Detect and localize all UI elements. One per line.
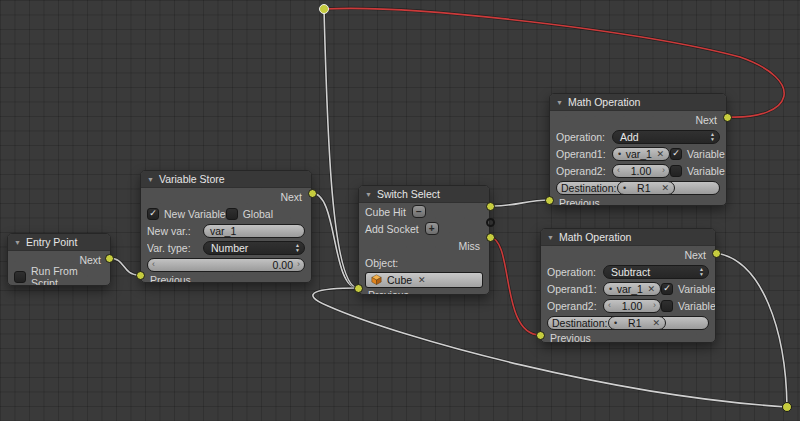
slider-right-arrow-icon: ›	[653, 301, 656, 310]
node-variable-store[interactable]: ▼Variable StoreNext✓New VariableGlobalNe…	[140, 170, 312, 283]
ref-field-destination[interactable]: •R1✕	[617, 181, 675, 195]
collapse-icon: ▼	[365, 191, 372, 198]
math-subtract-row-next: Next	[547, 248, 709, 262]
variable-store-row-new-var: New var.:var_1	[147, 224, 305, 238]
math-add-row-next: Next	[556, 113, 720, 127]
ref-field-value: var_1	[613, 283, 646, 295]
checkbox-unchecked-box	[661, 300, 673, 312]
ref-field-value: R1	[627, 182, 660, 194]
dropdown-operation[interactable]: Add▲▼	[612, 130, 720, 144]
dropdown-stepper-icons: ▲▼	[710, 132, 715, 141]
number-slider-operand2[interactable]: ‹1.00›	[603, 299, 661, 313]
output-socket-label: Next	[684, 249, 706, 261]
checkbox-checked-box: ✓	[661, 283, 673, 295]
node-editor-canvas[interactable]: ▼Entry PointNextRun From Script▼Variable…	[0, 0, 800, 421]
dropdown-var-type[interactable]: Number▲▼	[203, 241, 305, 255]
switch-select-row-add-socket: Add Socket+	[365, 222, 483, 236]
checkbox-run-from-script[interactable]: Run From Script	[14, 265, 104, 287]
checkbox-variable-math-subtract2[interactable]: ✓Variable	[661, 283, 716, 295]
ref-field-destination[interactable]: •R1✕	[608, 316, 666, 330]
checkbox-global[interactable]: Global	[226, 208, 273, 220]
text-input[interactable]: var_1	[203, 224, 305, 238]
slider-right-arrow-icon: ›	[662, 166, 665, 175]
ref-field-operand1[interactable]: •var_1✕	[603, 282, 661, 296]
clear-icon[interactable]: ✕	[655, 149, 665, 159]
node-entry-point[interactable]: ▼Entry PointNextRun From Script	[7, 233, 111, 286]
variable-store-row-previous: Previous	[147, 273, 305, 283]
number-slider[interactable]: ‹0.00›	[147, 258, 305, 272]
plus-button[interactable]: +	[425, 222, 439, 235]
dropdown-value: Number	[211, 242, 295, 254]
collapse-icon: ▼	[556, 99, 563, 106]
variable-store-row-next: Next	[147, 190, 305, 204]
ref-field-operand1[interactable]: •var_1✕	[612, 147, 670, 161]
checkbox-variable-math-add2[interactable]: ✓Variable	[670, 148, 725, 160]
dropdown-operation[interactable]: Subtract▲▼	[603, 265, 709, 279]
section-label: Object:	[365, 257, 398, 269]
object-name: Cube	[387, 274, 412, 286]
dropdown-label: Operation:	[547, 266, 603, 278]
node-math-add[interactable]: ▼Math OperationNextOperation:Add▲▼Operan…	[549, 93, 727, 206]
output-socket-label: Miss	[458, 240, 480, 252]
checkbox-new-variable[interactable]: ✓New Variable	[147, 208, 226, 220]
slider-value: 1.00	[620, 165, 662, 177]
variable-store-header[interactable]: ▼Variable Store	[141, 171, 311, 188]
clear-icon[interactable]: ✕	[660, 183, 670, 193]
object-selector[interactable]: Cube✕	[365, 272, 483, 288]
checkbox-label: Variable	[678, 283, 716, 295]
field-label: New var.:	[147, 225, 203, 237]
ref-field-label: Destination:	[561, 182, 617, 194]
variable-store-row-checkboxes: ✓New VariableGlobal	[147, 207, 305, 221]
node-math-subtract[interactable]: ▼Math OperationNextOperation:Subtract▲▼O…	[540, 228, 716, 343]
math-add-title: Math Operation	[568, 96, 640, 108]
dropdown-value: Add	[620, 131, 710, 143]
dropdown-stepper-icons: ▲▼	[699, 267, 704, 276]
output-socket-label: Next	[280, 191, 302, 203]
socket-label: Add Socket	[365, 223, 419, 235]
dropdown-value: Subtract	[611, 266, 699, 278]
ref-field-value: var_1	[622, 148, 655, 160]
switch-select-row-previous: Previous	[365, 288, 483, 295]
math-add-row-destination: Destination:•R1✕	[556, 181, 720, 195]
math-subtract-row-operation: Operation:Subtract▲▼	[547, 265, 709, 279]
ref-field-value: R1	[618, 317, 651, 329]
stepper-down-icon: ▼	[699, 272, 704, 277]
slider-label: Operand2:	[556, 165, 612, 177]
clear-icon[interactable]: ✕	[417, 275, 427, 285]
math-add-row-operation: Operation:Add▲▼	[556, 130, 720, 144]
ref-field-label: Destination:	[552, 317, 608, 329]
variable-store-row-slider: ‹0.00›	[147, 258, 305, 272]
checkbox-label: Run From Script	[31, 265, 104, 287]
slider-label: Operand2:	[547, 300, 603, 312]
checkbox-label: Variable	[678, 300, 716, 312]
variable-store-title: Variable Store	[159, 173, 225, 185]
clear-icon[interactable]: ✕	[646, 284, 656, 294]
slider-right-arrow-icon: ›	[297, 260, 300, 269]
collapse-icon: ▼	[14, 239, 21, 246]
math-subtract-header[interactable]: ▼Math Operation	[541, 229, 715, 246]
switch-select-row-object_field: Cube✕	[365, 273, 483, 287]
math-add-row-operand1: Operand1:•var_1✕✓Variable	[556, 147, 720, 161]
math-add-header[interactable]: ▼Math Operation	[550, 94, 726, 111]
check-icon: ✓	[663, 284, 671, 293]
variable-store-row-var-type: Var. type:Number▲▼	[147, 241, 305, 255]
input-socket-label: Previous	[368, 289, 409, 295]
entry-point-header[interactable]: ▼Entry Point	[8, 234, 110, 251]
math-add-row-previous: Previous	[556, 196, 720, 206]
switch-select-header[interactable]: ▼Switch Select	[359, 186, 489, 203]
node-switch-select[interactable]: ▼Switch SelectCube Hit−Add Socket+MissOb…	[358, 185, 490, 295]
checkbox-variable-math-subtract3[interactable]: Variable	[661, 300, 716, 312]
check-icon: ✓	[149, 209, 157, 218]
checkbox-label: Global	[243, 208, 273, 220]
switch-select-row-miss: Miss	[365, 239, 483, 253]
number-slider-operand2[interactable]: ‹1.00›	[612, 164, 670, 178]
dropdown-label: Var. type:	[147, 242, 203, 254]
checkbox-label: New Variable	[164, 208, 226, 220]
checkbox-variable-math-add3[interactable]: Variable	[670, 165, 725, 177]
minus-button[interactable]: −	[412, 205, 426, 218]
checkbox-unchecked-box	[14, 271, 26, 283]
clear-icon[interactable]: ✕	[651, 318, 661, 328]
switch-select-row-cube-hit: Cube Hit−	[365, 205, 483, 219]
checkbox-label: Variable	[687, 148, 725, 160]
math-subtract-row-previous: Previous	[547, 331, 709, 343]
